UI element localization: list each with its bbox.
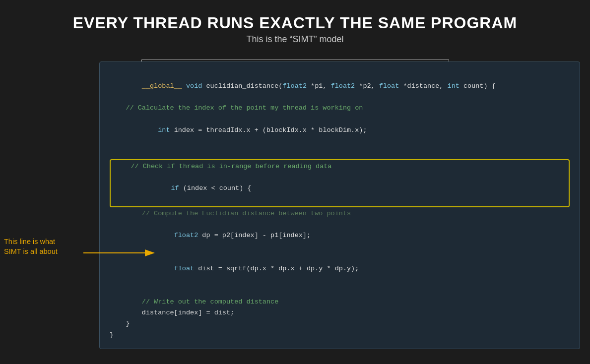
code-box: __global__ void euclidian_distance(float…	[99, 61, 580, 349]
code-text	[142, 265, 174, 272]
code-line-14: }	[110, 330, 570, 341]
code-line-13: }	[110, 318, 570, 329]
annotation-text: This line is what SIMT is all about	[4, 237, 58, 257]
code-text	[155, 184, 171, 192]
keyword-int-2: int	[158, 126, 170, 134]
subtitle: This is the “SIMT” model	[73, 34, 517, 45]
keyword-int: int	[448, 82, 459, 90]
code-line-11: // Write out the computed distance	[110, 297, 570, 307]
highlight-box: // Check if thread is in-range before re…	[110, 159, 570, 207]
annotation-line1: This line is what	[4, 237, 58, 246]
keyword-if: if	[171, 184, 179, 192]
code-line-1: __global__ void euclidian_distance(float…	[110, 70, 570, 103]
keyword-float2-2: float2	[331, 82, 355, 90]
keyword-float2-3: float2	[174, 232, 198, 239]
main-title: EVERY THREAD RUNS EXACTLY THE SAME PROGR…	[73, 14, 517, 32]
code-line-9: float dist = sqrtf(dp.x * dp.x + dp.y * …	[110, 252, 570, 286]
code-text: dist = sqrtf(dp.x * dp.x + dp.y * dp.y);	[194, 265, 359, 272]
code-section: __global__ void euclidian_distance(float…	[99, 61, 580, 349]
code-line-blank	[110, 147, 570, 158]
keyword-void: void	[186, 82, 202, 90]
code-text: *p1,	[307, 82, 331, 90]
title-section: EVERY THREAD RUNS EXACTLY THE SAME PROGR…	[73, 0, 517, 45]
code-line-3: int index = threadIdx.x + (blockIdx.x * …	[110, 114, 570, 147]
code-line-2: // Calculate the index of the point my t…	[110, 103, 570, 114]
code-text: *distance,	[399, 82, 447, 90]
code-text: dp = p2[index] - p1[index];	[198, 232, 311, 239]
code-text: euclidian_distance(	[202, 82, 282, 90]
code-line-blank2	[110, 286, 570, 297]
slide: EVERY THREAD RUNS EXACTLY THE SAME PROGR…	[0, 0, 590, 364]
code-line-5: // Check if thread is in-range before re…	[115, 161, 565, 172]
code-line-12: distance[index] = dist;	[110, 307, 570, 318]
code-line-8: float2 dp = p2[index] - p1[index];	[110, 219, 570, 252]
keyword-global: __global__	[142, 82, 182, 90]
code-text: index = threadIdx.x + (blockIdx.x * bloc…	[170, 126, 367, 134]
code-text	[182, 82, 186, 90]
annotation-line2: SIMT is all about	[4, 246, 58, 256]
code-line-6: if (index < count) {	[115, 172, 565, 205]
keyword-float: float	[379, 82, 399, 90]
code-text: (index < count) {	[179, 184, 252, 192]
code-text: count) {	[459, 82, 496, 90]
code-text	[142, 232, 174, 239]
code-text: *p2,	[355, 82, 379, 90]
code-text	[142, 126, 158, 134]
keyword-float2: float2	[282, 82, 307, 90]
keyword-float-2: float	[174, 265, 195, 272]
code-line-7: // Compute the Euclidian distance betwee…	[110, 208, 570, 219]
